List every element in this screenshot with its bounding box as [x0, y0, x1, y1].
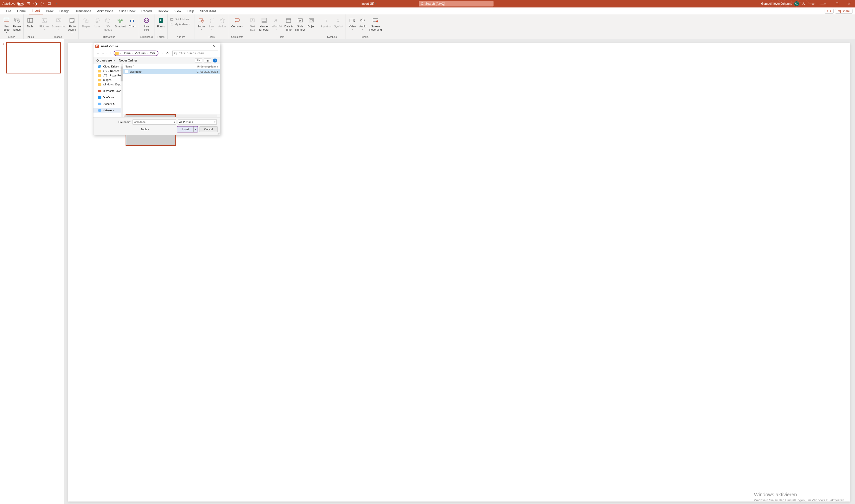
document-title[interactable]: Insert-Gif▾ — [361, 2, 376, 5]
zoom-button[interactable]: Zoom — [196, 16, 206, 31]
maximize-icon[interactable] — [832, 0, 842, 7]
tree-item[interactable]: #78 - PowerPoint — [93, 73, 123, 78]
search-input[interactable]: Search (Alt+Q) — [419, 1, 494, 6]
redo-icon[interactable] — [40, 1, 45, 6]
minimize-icon[interactable] — [820, 0, 830, 7]
icons-button[interactable]: Icons — [92, 16, 102, 29]
table-button[interactable]: Table — [25, 16, 35, 31]
tree-scrollbar[interactable] — [121, 64, 123, 117]
chart-button[interactable]: Chart — [127, 16, 137, 29]
get-addins-button[interactable]: Get Add-ins — [169, 17, 191, 21]
refresh-icon[interactable]: ⟳ — [165, 52, 171, 55]
tab-slidelizard[interactable]: SlideLizard — [197, 8, 219, 15]
cancel-button[interactable]: Cancel — [199, 126, 217, 132]
wordart-button[interactable]: AWordArt — [271, 16, 283, 31]
my-addins-button[interactable]: My Add-ins ▾ — [169, 22, 191, 26]
textbox-button[interactable]: AText Box — [247, 16, 257, 32]
tab-insert[interactable]: Insert — [29, 7, 43, 15]
nav-forward-icon[interactable]: → — [101, 51, 106, 56]
dialog-search-input[interactable]: "Gifs" durchsuchen — [173, 51, 218, 56]
autosave-toggle[interactable]: AutoSave Off — [2, 2, 24, 5]
tree-item[interactable]: Windows 10.pvm — [93, 82, 123, 87]
link-button[interactable]: Link — [207, 16, 217, 31]
column-header-name[interactable]: Name˄ — [125, 65, 185, 68]
new-folder-button[interactable]: Neuer Ordner — [119, 59, 137, 62]
tree-item-thispc[interactable]: Dieser PC — [93, 102, 123, 106]
equation-button[interactable]: πEquation — [320, 16, 332, 31]
breadcrumb-dropdown-icon[interactable]: ▾ — [160, 52, 164, 55]
nav-back-icon[interactable]: ← — [95, 51, 101, 56]
close-icon[interactable] — [844, 0, 854, 7]
filename-input[interactable]: well-done — [132, 120, 176, 125]
help-icon[interactable]: ? — [213, 58, 217, 62]
reuse-slides-button[interactable]: Reuse Slides — [12, 16, 22, 32]
insert-button[interactable]: Insert — [177, 126, 194, 132]
tab-view[interactable]: View — [172, 8, 184, 15]
tab-transitions[interactable]: Transitions — [72, 8, 94, 15]
comments-toggle-button[interactable] — [825, 9, 834, 14]
tab-file[interactable]: File — [3, 8, 14, 15]
organize-button[interactable]: Organisieren — [96, 59, 115, 62]
nav-history-icon[interactable]: ▾ — [106, 52, 108, 55]
resize-grip-icon[interactable] — [217, 132, 219, 134]
insert-dropdown-icon[interactable]: ▾ — [194, 126, 198, 132]
screen-recording-button[interactable]: Screen Recording — [368, 16, 382, 32]
tree-item[interactable]: #77 - Transparen — [93, 69, 123, 73]
slide-thumbnail-1[interactable] — [6, 42, 61, 73]
breadcrumb[interactable]: « Home › Pictures › Gifs — [113, 51, 158, 56]
ribbon-display-icon[interactable] — [808, 0, 818, 7]
tab-home[interactable]: Home — [14, 8, 29, 15]
live-poll-button[interactable]: Live Poll — [142, 16, 152, 32]
tools-menu[interactable]: Tools — [96, 128, 149, 131]
coming-soon-icon[interactable] — [801, 1, 806, 6]
pictures-button[interactable]: Pictures — [38, 16, 50, 31]
slidenumber-button[interactable]: #Slide Number — [294, 16, 306, 32]
new-slide-button[interactable]: New Slide — [1, 16, 12, 34]
qat-more-icon[interactable]: ▾ — [54, 1, 59, 6]
user-avatar-icon[interactable]: GJ — [794, 1, 799, 6]
tree-item-network[interactable]: Netzwerk — [93, 108, 123, 112]
shapes-button[interactable]: Shapes — [80, 16, 91, 31]
audio-button[interactable]: Audio — [358, 16, 368, 31]
symbol-button[interactable]: ΩSymbol — [333, 16, 344, 29]
collapse-ribbon-icon[interactable]: ˄ — [851, 35, 853, 38]
header-footer-button[interactable]: Header & Footer — [258, 16, 270, 32]
file-row[interactable]: well-done 07.06.2022 09:13 — [123, 69, 220, 74]
share-button[interactable]: Share — [835, 9, 853, 14]
smartart-button[interactable]: SmartArt — [114, 16, 127, 29]
action-button[interactable]: Action — [217, 16, 227, 29]
tree-item-powerpoint[interactable]: Microsoft PowerPo — [93, 89, 123, 93]
dialog-close-icon[interactable]: ✕ — [211, 44, 218, 48]
file-filter-select[interactable]: All Pictures — [178, 120, 217, 125]
tab-record[interactable]: Record — [138, 8, 155, 15]
tree-item-icloud[interactable]: iCloud Drive (📌 — [93, 64, 123, 69]
tree-item-onedrive[interactable]: OneDrive — [93, 95, 123, 100]
scroll-right-icon[interactable]: ▸ — [217, 115, 220, 117]
scroll-left-icon[interactable]: ◂ — [123, 115, 126, 117]
tab-slideshow[interactable]: Slide Show — [116, 8, 138, 15]
tab-animations[interactable]: Animations — [94, 8, 116, 15]
preview-pane-icon[interactable]: ◧ — [204, 58, 211, 63]
object-button[interactable]: Object — [306, 16, 316, 29]
tree-item[interactable]: images — [93, 78, 123, 82]
comment-button[interactable]: Comment — [230, 16, 244, 29]
datetime-button[interactable]: Date & Time — [284, 16, 294, 32]
3d-models-button[interactable]: 3D Models — [103, 16, 113, 34]
save-icon[interactable] — [26, 1, 31, 6]
tab-help[interactable]: Help — [184, 8, 197, 15]
undo-icon[interactable]: ▾ — [33, 1, 38, 6]
view-mode-icon[interactable]: ☰ ▾ — [195, 58, 202, 63]
video-button[interactable]: Video — [347, 16, 357, 31]
dialog-titlebar[interactable]: Insert Picture ✕ — [93, 43, 220, 50]
screenshot-button[interactable]: Screenshot — [51, 16, 67, 31]
svg-rect-27 — [70, 18, 74, 22]
photo-album-button[interactable]: Photo Album — [67, 16, 77, 34]
file-list-hscroll[interactable]: ◂ ▸ — [123, 114, 220, 117]
tab-design[interactable]: Design — [56, 8, 72, 15]
forms-button[interactable]: FForms — [156, 16, 166, 31]
column-header-date[interactable]: Änderungsdatum — [185, 65, 218, 68]
nav-up-icon[interactable]: ↑ — [108, 51, 113, 56]
tab-review[interactable]: Review — [155, 8, 172, 15]
tab-draw[interactable]: Draw — [43, 8, 56, 15]
from-beginning-icon[interactable] — [47, 1, 52, 6]
